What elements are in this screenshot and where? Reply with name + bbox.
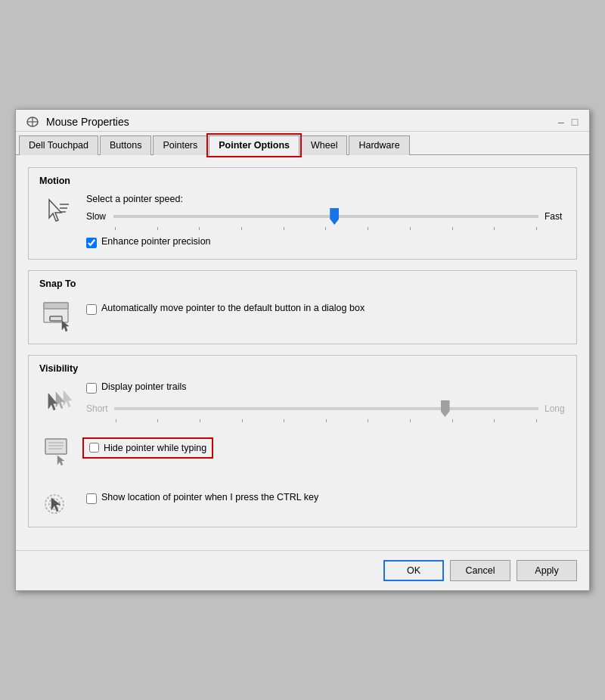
speed-slider-container: Slow [86,209,566,224]
svg-marker-3 [49,200,61,221]
trail-slider-container: Short [86,401,566,416]
t-tick-5 [284,419,284,422]
tick-11 [536,227,537,230]
tick-7 [368,227,368,230]
trails-icon [39,383,76,415]
motion-title: Motion [39,176,566,186]
auto-snap-row: Automatically move pointer to the defaul… [86,303,566,315]
cancel-button[interactable]: Cancel [450,560,510,581]
trails-label: Display pointer trails [101,381,187,392]
title-bar-left: Mouse Properties [25,116,129,128]
show-ctrl-check-row: Show location of pointer when I press th… [86,492,566,504]
snap-controls: Automatically move pointer to the defaul… [86,297,566,315]
show-ctrl-label: Show location of pointer when I press th… [101,492,318,502]
speed-slider-track[interactable] [113,209,538,224]
hide-pointer-label: Hide pointer while typing [104,443,206,453]
apply-button[interactable]: Apply [517,560,577,581]
tab-pointers[interactable]: Pointers [153,135,207,155]
speed-slider-thumb[interactable] [330,208,339,225]
tick-9 [452,227,453,230]
mouse-properties-window: Mouse Properties – □ Dell Touchpad Butto… [15,109,590,591]
t-tick-9 [452,419,453,422]
svg-marker-11 [64,390,72,407]
trail-slider-track[interactable] [114,401,538,416]
t-tick-1 [116,419,116,422]
hide-pointer-checkbox[interactable] [89,443,99,453]
motion-icon [39,194,76,226]
trails-check-row: Display pointer trails [86,381,566,394]
motion-section: Motion Select a pointer speed: Sl [28,167,577,260]
tick-4 [241,227,242,230]
tick-2 [157,227,158,230]
t-tick-4 [242,419,243,422]
t-tick-6 [326,419,327,422]
tab-pointer-options[interactable]: Pointer Options [209,135,299,155]
motion-controls: Select a pointer speed: Slow [86,194,566,248]
tick-10 [494,227,495,230]
enhance-checkbox[interactable] [86,238,97,248]
tab-content: Motion Select a pointer speed: Sl [16,155,589,550]
trail-slider-thumb[interactable] [441,400,450,417]
trail-tick-row [114,419,538,422]
snap-to-section: Snap To Automatic [28,270,577,344]
trails-controls: Display pointer trails Short [86,381,566,416]
tab-buttons[interactable]: Buttons [100,135,151,155]
show-ctrl-icon [39,480,76,516]
t-tick-3 [200,419,200,422]
minimize-button[interactable]: – [556,117,566,127]
hide-pointer-highlighted: Hide pointer while typing [86,441,209,455]
t-tick-2 [157,419,158,422]
trails-checkbox[interactable] [86,383,97,394]
ok-button[interactable]: OK [383,560,444,581]
show-ctrl-checkbox[interactable] [86,493,97,504]
tab-wheel[interactable]: Wheel [301,135,347,155]
t-tick-7 [368,419,368,422]
t-tick-11 [536,419,537,422]
short-label: Short [86,403,108,414]
t-tick-8 [410,419,411,422]
snap-to-title: Snap To [39,278,566,289]
tick-3 [199,227,200,230]
enhance-label: Enhance pointer precision [101,236,211,247]
tab-dell-touchpad[interactable]: Dell Touchpad [19,135,98,155]
maximize-button[interactable]: □ [569,117,580,127]
hide-pointer-row-outer: Hide pointer while typing [39,430,566,466]
long-label: Long [544,403,566,414]
t-tick-10 [494,419,495,422]
motion-row: Select a pointer speed: Slow [39,194,566,248]
svg-rect-14 [45,439,67,454]
tick-row [113,227,538,230]
trails-row: Display pointer trails Short [39,381,566,416]
auto-snap-checkbox[interactable] [86,304,97,315]
hide-pointer-controls: Hide pointer while typing [86,441,566,456]
hide-pointer-icon [39,430,76,466]
tick-5 [284,227,284,230]
tick-6 [325,227,326,230]
visibility-title: Visibility [39,363,566,374]
trail-track-bg [114,407,538,410]
title-bar: Mouse Properties – □ [16,110,589,132]
snap-icon [39,297,76,333]
show-ctrl-controls: Show location of pointer when I press th… [86,492,566,504]
mouse-title-icon [25,117,40,127]
fast-label: Fast [544,211,566,222]
svg-marker-12 [56,392,64,409]
svg-marker-13 [48,394,57,410]
speed-desc: Select a pointer speed: [86,194,566,204]
auto-snap-label: Automatically move pointer to the defaul… [101,303,365,313]
tick-1 [115,227,116,230]
window-title: Mouse Properties [46,116,129,128]
tab-hardware[interactable]: Hardware [349,135,409,155]
footer: OK Cancel Apply [16,550,589,590]
tick-8 [410,227,411,230]
tabs-bar: Dell Touchpad Buttons Pointers Pointer O… [16,132,589,155]
title-controls: – □ [556,117,580,127]
snap-row: Automatically move pointer to the defaul… [39,297,566,333]
svg-rect-8 [44,303,68,309]
visibility-section: Visibility Display pointer trails [28,355,577,527]
svg-rect-9 [50,316,62,321]
svg-marker-15 [57,456,64,465]
enhance-row: Enhance pointer precision [86,236,566,248]
show-ctrl-row: Show location of pointer when I press th… [39,480,566,516]
speed-track-bg [113,215,538,218]
